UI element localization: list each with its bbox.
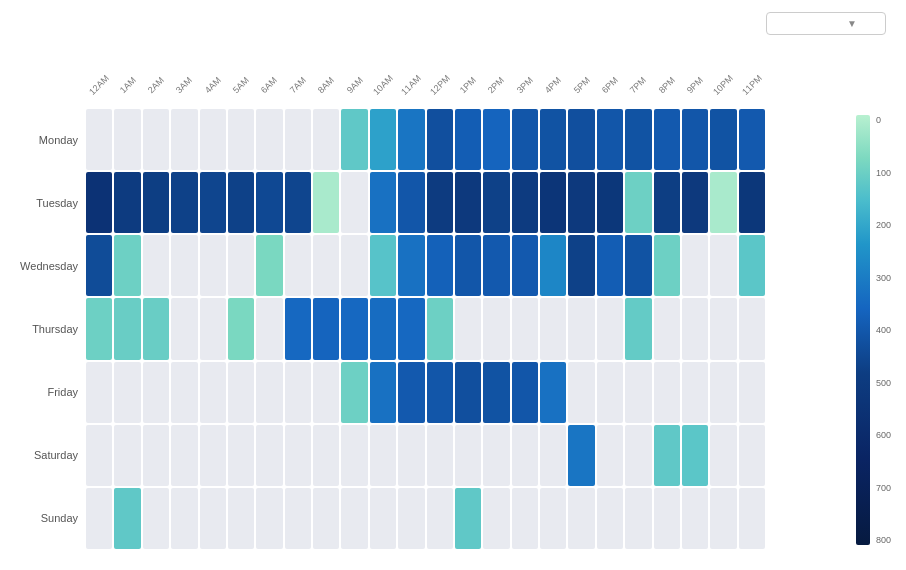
heatmap-cell[interactable] xyxy=(455,109,481,170)
heatmap-cell[interactable] xyxy=(654,172,680,233)
heatmap-cell[interactable] xyxy=(398,488,424,549)
heatmap-cell[interactable] xyxy=(512,109,538,170)
heatmap-cell[interactable] xyxy=(455,298,481,359)
heatmap-cell[interactable] xyxy=(597,425,623,486)
heatmap-cell[interactable] xyxy=(654,362,680,423)
heatmap-cell[interactable] xyxy=(540,235,566,296)
heatmap-cell[interactable] xyxy=(256,109,282,170)
heatmap-cell[interactable] xyxy=(739,235,765,296)
heatmap-cell[interactable] xyxy=(143,362,169,423)
heatmap-cell[interactable] xyxy=(739,425,765,486)
heatmap-cell[interactable] xyxy=(597,235,623,296)
heatmap-cell[interactable] xyxy=(143,298,169,359)
heatmap-cell[interactable] xyxy=(285,362,311,423)
heatmap-cell[interactable] xyxy=(285,425,311,486)
metric-dropdown[interactable]: ▼ xyxy=(766,12,886,35)
heatmap-cell[interactable] xyxy=(654,425,680,486)
heatmap-cell[interactable] xyxy=(682,109,708,170)
heatmap-cell[interactable] xyxy=(625,235,651,296)
heatmap-cell[interactable] xyxy=(483,488,509,549)
heatmap-cell[interactable] xyxy=(625,425,651,486)
heatmap-cell[interactable] xyxy=(370,298,396,359)
heatmap-cell[interactable] xyxy=(455,235,481,296)
heatmap-cell[interactable] xyxy=(313,362,339,423)
heatmap-cell[interactable] xyxy=(171,172,197,233)
heatmap-cell[interactable] xyxy=(710,109,736,170)
heatmap-cell[interactable] xyxy=(654,109,680,170)
heatmap-cell[interactable] xyxy=(682,298,708,359)
heatmap-cell[interactable] xyxy=(313,109,339,170)
heatmap-cell[interactable] xyxy=(682,172,708,233)
heatmap-cell[interactable] xyxy=(568,488,594,549)
heatmap-cell[interactable] xyxy=(370,362,396,423)
heatmap-cell[interactable] xyxy=(313,298,339,359)
heatmap-cell[interactable] xyxy=(114,488,140,549)
heatmap-cell[interactable] xyxy=(682,488,708,549)
heatmap-cell[interactable] xyxy=(228,362,254,423)
heatmap-cell[interactable] xyxy=(568,425,594,486)
heatmap-cell[interactable] xyxy=(398,172,424,233)
heatmap-cell[interactable] xyxy=(512,298,538,359)
heatmap-cell[interactable] xyxy=(483,425,509,486)
heatmap-cell[interactable] xyxy=(171,298,197,359)
heatmap-cell[interactable] xyxy=(483,362,509,423)
heatmap-cell[interactable] xyxy=(228,298,254,359)
heatmap-cell[interactable] xyxy=(427,362,453,423)
heatmap-cell[interactable] xyxy=(256,488,282,549)
heatmap-cell[interactable] xyxy=(114,235,140,296)
heatmap-cell[interactable] xyxy=(739,362,765,423)
heatmap-cell[interactable] xyxy=(483,235,509,296)
heatmap-cell[interactable] xyxy=(540,425,566,486)
heatmap-cell[interactable] xyxy=(568,172,594,233)
heatmap-cell[interactable] xyxy=(200,488,226,549)
heatmap-cell[interactable] xyxy=(710,488,736,549)
heatmap-cell[interactable] xyxy=(200,425,226,486)
heatmap-cell[interactable] xyxy=(171,235,197,296)
heatmap-cell[interactable] xyxy=(625,298,651,359)
heatmap-cell[interactable] xyxy=(285,172,311,233)
heatmap-cell[interactable] xyxy=(739,172,765,233)
heatmap-cell[interactable] xyxy=(710,235,736,296)
heatmap-cell[interactable] xyxy=(540,298,566,359)
heatmap-cell[interactable] xyxy=(540,362,566,423)
heatmap-cell[interactable] xyxy=(370,109,396,170)
heatmap-cell[interactable] xyxy=(341,362,367,423)
heatmap-cell[interactable] xyxy=(313,488,339,549)
heatmap-cell[interactable] xyxy=(427,235,453,296)
heatmap-cell[interactable] xyxy=(597,109,623,170)
heatmap-cell[interactable] xyxy=(597,488,623,549)
heatmap-cell[interactable] xyxy=(114,425,140,486)
heatmap-cell[interactable] xyxy=(114,298,140,359)
heatmap-cell[interactable] xyxy=(341,425,367,486)
heatmap-cell[interactable] xyxy=(228,172,254,233)
heatmap-cell[interactable] xyxy=(427,109,453,170)
heatmap-cell[interactable] xyxy=(114,109,140,170)
heatmap-cell[interactable] xyxy=(625,488,651,549)
heatmap-cell[interactable] xyxy=(86,109,112,170)
heatmap-cell[interactable] xyxy=(86,488,112,549)
heatmap-cell[interactable] xyxy=(512,362,538,423)
heatmap-cell[interactable] xyxy=(370,235,396,296)
heatmap-cell[interactable] xyxy=(483,109,509,170)
heatmap-cell[interactable] xyxy=(171,362,197,423)
heatmap-cell[interactable] xyxy=(143,488,169,549)
heatmap-cell[interactable] xyxy=(313,235,339,296)
heatmap-cell[interactable] xyxy=(200,172,226,233)
heatmap-cell[interactable] xyxy=(654,235,680,296)
heatmap-cell[interactable] xyxy=(228,235,254,296)
heatmap-cell[interactable] xyxy=(568,362,594,423)
heatmap-cell[interactable] xyxy=(341,298,367,359)
heatmap-cell[interactable] xyxy=(86,235,112,296)
heatmap-cell[interactable] xyxy=(654,488,680,549)
heatmap-cell[interactable] xyxy=(171,488,197,549)
heatmap-cell[interactable] xyxy=(568,235,594,296)
heatmap-cell[interactable] xyxy=(341,172,367,233)
heatmap-cell[interactable] xyxy=(455,488,481,549)
heatmap-cell[interactable] xyxy=(512,488,538,549)
heatmap-cell[interactable] xyxy=(114,362,140,423)
heatmap-cell[interactable] xyxy=(370,488,396,549)
heatmap-cell[interactable] xyxy=(739,109,765,170)
heatmap-cell[interactable] xyxy=(200,109,226,170)
heatmap-cell[interactable] xyxy=(710,362,736,423)
heatmap-cell[interactable] xyxy=(256,298,282,359)
